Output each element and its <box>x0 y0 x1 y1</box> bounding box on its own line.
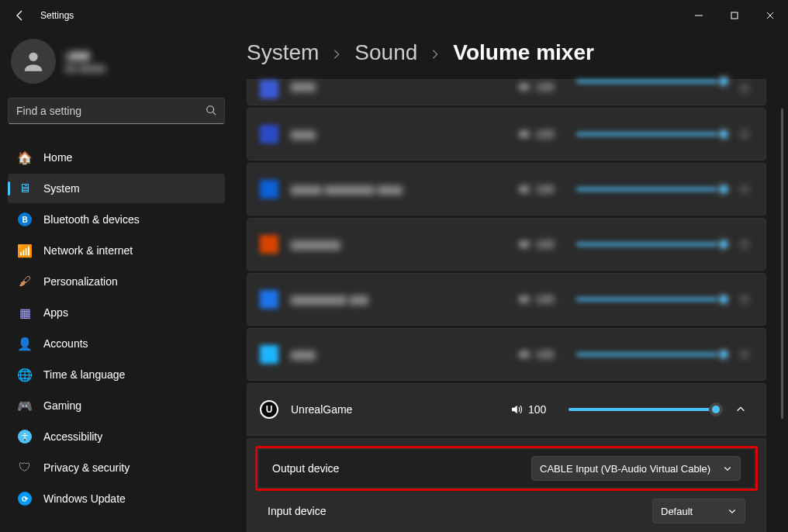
sidebar-item-label: Accessibility <box>43 430 102 443</box>
sidebar-item-accessibility[interactable]: Accessibility <box>8 422 225 451</box>
search-input[interactable] <box>8 98 225 124</box>
search-field[interactable] <box>16 105 199 117</box>
volume-readout: 100 <box>517 237 564 251</box>
input-device-label: Input device <box>268 505 327 517</box>
options-icon[interactable] <box>736 181 753 198</box>
chevron-right-icon <box>430 40 441 65</box>
volume-slider[interactable] <box>576 188 724 191</box>
app-icon <box>260 180 278 199</box>
mixer-row[interactable]: ▮▮▮▮100 <box>247 328 766 381</box>
volume-slider[interactable] <box>569 408 716 411</box>
volume-slider[interactable] <box>576 353 724 356</box>
sidebar-item-label: System <box>43 182 80 195</box>
app-name: ▮▮▮▮▮▮▮▮▮ ▮▮▮ <box>291 293 505 306</box>
input-device-row: Input device Default <box>255 492 758 530</box>
collapse-button[interactable] <box>728 397 753 422</box>
sidebar-item-time-language[interactable]: 🌐Time & language <box>8 360 225 389</box>
svg-point-3 <box>24 434 26 435</box>
mixer-row[interactable]: ▮▮▮▮100 <box>247 79 766 105</box>
volume-slider[interactable] <box>576 133 724 136</box>
sidebar-item-windows-update[interactable]: ⟳Windows Update <box>8 484 225 513</box>
speaker-icon <box>517 182 531 196</box>
options-icon[interactable] <box>736 346 753 363</box>
minimize-button[interactable] <box>681 0 717 31</box>
sidebar-item-label: Privacy & security <box>43 461 130 474</box>
mixer-row[interactable]: ▮▮▮▮▮▮▮▮100 <box>247 218 766 271</box>
output-device-label: Output device <box>272 462 339 475</box>
back-button[interactable] <box>14 9 26 22</box>
sidebar-item-home[interactable]: 🏠Home <box>8 143 225 172</box>
sidebar-item-label: Accounts <box>43 337 88 350</box>
speaker-icon <box>517 347 531 361</box>
options-icon[interactable] <box>736 291 753 308</box>
sidebar-item-label: Personalization <box>43 275 118 288</box>
volume-readout: 100 <box>517 127 564 141</box>
app-name: ▮▮▮▮ <box>291 128 505 140</box>
main-content: System Sound Volume mixer ▮▮▮▮100▮▮▮▮100… <box>247 37 788 532</box>
maximize-button[interactable] <box>717 0 752 31</box>
options-icon[interactable] <box>736 126 753 143</box>
volume-readout: 100 <box>517 347 564 361</box>
titlebar: Settings <box>0 0 788 31</box>
options-icon[interactable] <box>736 80 753 97</box>
app-icon <box>260 290 278 309</box>
speaker-icon <box>517 127 531 141</box>
sidebar-item-label: Time & language <box>43 368 125 381</box>
input-device-value: Default <box>661 506 693 517</box>
volume-slider[interactable] <box>576 243 724 246</box>
mixer-row-unrealgame[interactable]: U UnrealGame 100 <box>247 383 766 436</box>
mixer-row[interactable]: ▮▮▮▮100 <box>247 108 766 161</box>
search-icon <box>206 105 216 118</box>
sidebar-icon: ⟳ <box>17 491 33 506</box>
volume-slider[interactable] <box>576 80 724 83</box>
sidebar-item-network-internet[interactable]: 📶Network & internet <box>8 236 225 265</box>
app-name: ▮▮▮▮▮ ▮▮▮▮▮▮▮▮ ▮▮▮▮ <box>291 183 505 195</box>
highlight-box: Output device CABLE Input (VB-Audio Virt… <box>255 446 758 491</box>
output-device-dropdown[interactable]: CABLE Input (VB-Audio Virtual Cable) <box>531 456 741 481</box>
sidebar-item-label: Windows Update <box>43 492 126 505</box>
sidebar-item-accounts[interactable]: 👤Accounts <box>8 329 225 358</box>
speaker-icon <box>510 402 524 416</box>
mixer-row[interactable]: ▮▮▮▮▮▮▮▮▮ ▮▮▮100 <box>247 273 766 326</box>
input-device-dropdown[interactable]: Default <box>652 499 745 523</box>
sidebar-icon: ▦ <box>17 305 33 320</box>
mixer-list: ▮▮▮▮100▮▮▮▮100▮▮▮▮▮ ▮▮▮▮▮▮▮▮ ▮▮▮▮100▮▮▮▮… <box>247 79 788 532</box>
account-block[interactable]: g▮▮▮ ▮▮ ▮▮▮▮▮ <box>8 36 225 95</box>
sidebar-icon: B <box>17 212 33 227</box>
scrollbar[interactable] <box>781 109 783 419</box>
left-pane: g▮▮▮ ▮▮ ▮▮▮▮▮ 🏠Home🖥SystemBBluetooth & d… <box>8 36 225 513</box>
sidebar-item-gaming[interactable]: 🎮Gaming <box>8 391 225 420</box>
volume-slider[interactable] <box>576 298 724 301</box>
avatar <box>11 39 56 84</box>
sidebar-item-personalization[interactable]: 🖌Personalization <box>8 267 225 296</box>
chevron-down-icon <box>728 506 737 516</box>
close-button[interactable] <box>752 0 788 31</box>
speaker-icon <box>517 292 531 306</box>
svg-point-1 <box>29 53 37 61</box>
sidebar-icon: 🏠 <box>17 150 33 165</box>
crumb-system[interactable]: System <box>247 40 319 65</box>
app-icon: U <box>260 400 278 419</box>
speaker-icon <box>517 80 531 94</box>
output-device-row: Output device CABLE Input (VB-Audio Virt… <box>259 450 754 487</box>
app-name: ▮▮▮▮ <box>291 348 505 361</box>
device-panel: Output device CABLE Input (VB-Audio Virt… <box>247 438 766 532</box>
sidebar-item-label: Home <box>43 151 72 164</box>
sidebar-item-label: Network & internet <box>43 244 133 257</box>
volume-readout: 100 <box>510 402 556 416</box>
sidebar-item-privacy-security[interactable]: 🛡Privacy & security <box>8 453 225 482</box>
crumb-volume-mixer: Volume mixer <box>453 40 594 65</box>
sidebar-item-bluetooth-devices[interactable]: BBluetooth & devices <box>8 205 225 234</box>
options-icon[interactable] <box>736 236 753 253</box>
account-email: ▮▮ ▮▮▮▮▮ <box>65 63 105 74</box>
sidebar-icon: 🖌 <box>17 274 33 289</box>
sidebar-item-label: Bluetooth & devices <box>43 213 140 226</box>
sidebar-icon: 🖥 <box>17 181 33 196</box>
crumb-sound[interactable]: Sound <box>354 40 417 65</box>
sidebar-item-label: Apps <box>43 306 68 319</box>
sidebar-item-system[interactable]: 🖥System <box>8 174 225 203</box>
mixer-row[interactable]: ▮▮▮▮▮ ▮▮▮▮▮▮▮▮ ▮▮▮▮100 <box>247 163 766 216</box>
chevron-down-icon <box>723 464 732 473</box>
app-icon <box>260 125 278 143</box>
sidebar-item-apps[interactable]: ▦Apps <box>8 298 225 327</box>
